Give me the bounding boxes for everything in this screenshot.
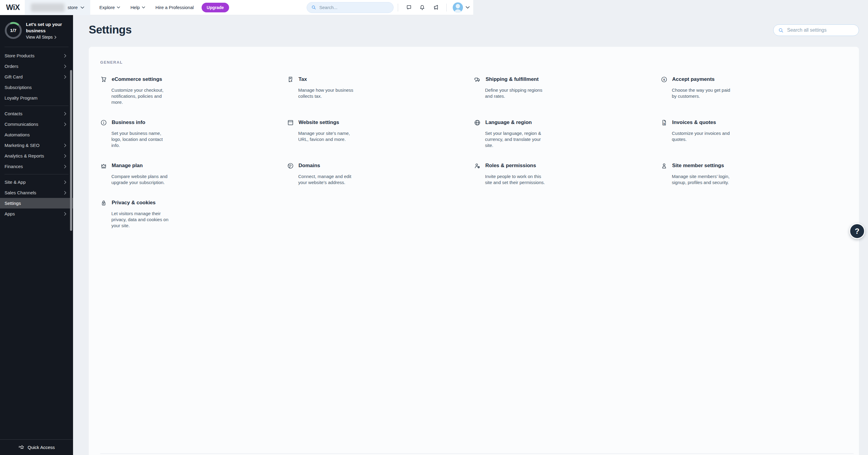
page-title: Settings xyxy=(89,24,132,36)
chat-icon[interactable] xyxy=(405,4,413,11)
setting-website-settings[interactable]: Website settings Manage your site’s name… xyxy=(287,119,473,149)
setup-progress-count: 1/7 xyxy=(4,22,22,39)
chevron-right-icon xyxy=(64,75,66,79)
chevron-right-icon xyxy=(64,123,66,126)
chevron-right-icon xyxy=(64,65,66,68)
site-switcher[interactable]: store xyxy=(25,0,90,15)
top-header: WiX store Explore Help Hire a Profession… xyxy=(0,0,473,15)
sidebar-item-finances[interactable]: Finances xyxy=(0,161,73,172)
notifications-bell-icon[interactable] xyxy=(418,4,426,11)
global-search[interactable] xyxy=(307,2,394,13)
sidebar-item-analytics-reports[interactable]: Analytics & Reports xyxy=(0,151,73,161)
announcements-megaphone-icon[interactable] xyxy=(432,4,439,11)
sidebar-item-loyalty-program[interactable]: Loyalty Program xyxy=(0,93,73,103)
sidebar-item-marketing-seo[interactable]: Marketing & SEO xyxy=(0,140,73,151)
chevron-right-icon xyxy=(54,36,56,39)
sidebar-item-apps[interactable]: Apps xyxy=(0,208,73,219)
account-chevron-down-icon[interactable] xyxy=(466,6,470,9)
setting-ecommerce-settings[interactable]: eCommerce settings Customize your checko… xyxy=(100,75,287,105)
setup-title-line1: Let's set up your xyxy=(26,21,62,28)
setup-title-line2: business xyxy=(26,28,62,34)
sidebar-nav: Store Products Orders Gift Card Subscrip… xyxy=(0,47,73,219)
setting-manage-plan[interactable]: Manage plan Compare website plans and up… xyxy=(100,162,287,186)
sidebar-item-contacts[interactable]: Contacts xyxy=(0,108,73,119)
nav-explore[interactable]: Explore xyxy=(99,5,120,10)
setting-domains[interactable]: Domains Connect, manage and edit your we… xyxy=(287,162,473,186)
header-right xyxy=(307,2,473,13)
chevron-right-icon xyxy=(64,54,66,58)
setting-tax[interactable]: $ Tax Manage how your business collects … xyxy=(287,75,473,105)
chevron-right-icon xyxy=(64,154,66,158)
setup-progress-card[interactable]: 1/7 Let's set up your business View All … xyxy=(0,15,73,47)
chevron-down-icon xyxy=(117,6,120,8)
nav-hire-a-professional[interactable]: Hire a Professional xyxy=(155,5,194,10)
setup-progress-ring: 1/7 xyxy=(4,22,22,39)
lock-icon xyxy=(100,199,107,206)
sidebar-item-settings[interactable]: Settings xyxy=(0,198,73,208)
site-name-redacted xyxy=(31,3,65,12)
search-icon xyxy=(311,5,316,10)
header-nav: Explore Help Hire a Professional xyxy=(99,5,193,10)
section-label-general: GENERAL xyxy=(100,60,473,65)
avatar-body xyxy=(454,9,462,13)
sidebar-item-subscriptions[interactable]: Subscriptions xyxy=(0,82,73,93)
chevron-down-icon xyxy=(142,6,145,8)
sidebar-item-site-app[interactable]: Site & App xyxy=(0,177,73,187)
chevron-right-icon xyxy=(64,212,66,216)
chevron-right-icon xyxy=(64,112,66,116)
main-content: Settings GENERAL eCommerce settings Cus xyxy=(73,15,473,248)
cart-icon xyxy=(100,76,107,83)
site-switcher-label: store xyxy=(68,5,78,10)
view-all-steps-link[interactable]: View All Steps xyxy=(26,35,62,39)
settings-card: GENERAL eCommerce settings Customize you… xyxy=(89,47,473,248)
svg-text:$: $ xyxy=(291,80,292,83)
sidebar-item-store-products[interactable]: Store Products xyxy=(0,51,73,61)
sidebar-item-orders[interactable]: Orders xyxy=(0,61,73,71)
header-divider xyxy=(446,4,447,11)
sidebar: 1/7 Let's set up your business View All … xyxy=(0,15,73,248)
avatar[interactable] xyxy=(453,2,463,13)
wix-logo[interactable]: WiX xyxy=(6,3,25,12)
sidebar-item-sales-channels[interactable]: Sales Channels xyxy=(0,187,73,198)
sidebar-item-communications[interactable]: Communications xyxy=(0,119,73,129)
chevron-right-icon xyxy=(64,165,66,168)
chevron-right-icon xyxy=(64,191,66,195)
sidebar-item-automations[interactable]: Automations xyxy=(0,129,73,140)
chevron-right-icon xyxy=(64,143,66,147)
sidebar-divider xyxy=(4,174,68,174)
info-icon xyxy=(100,119,107,126)
global-search-input[interactable] xyxy=(319,5,386,10)
avatar-face xyxy=(456,4,460,8)
chevron-right-icon xyxy=(64,181,66,184)
nav-help[interactable]: Help xyxy=(130,5,145,10)
upgrade-button[interactable]: Upgrade xyxy=(202,3,229,12)
setting-business-info[interactable]: Business info Set your business name, lo… xyxy=(100,119,287,149)
setting-privacy-cookies[interactable]: Privacy & cookies Let visitors manage th… xyxy=(100,199,287,229)
browser-icon xyxy=(287,119,294,126)
sidebar-item-gift-card[interactable]: Gift Card xyxy=(0,71,73,82)
crown-icon xyxy=(100,162,107,169)
chevron-down-icon xyxy=(81,6,84,9)
world-icon xyxy=(287,162,294,169)
receipt-icon: $ xyxy=(287,76,294,83)
sidebar-scrollbar[interactable] xyxy=(70,70,72,231)
settings-grid: eCommerce settings Customize your checko… xyxy=(100,75,473,229)
